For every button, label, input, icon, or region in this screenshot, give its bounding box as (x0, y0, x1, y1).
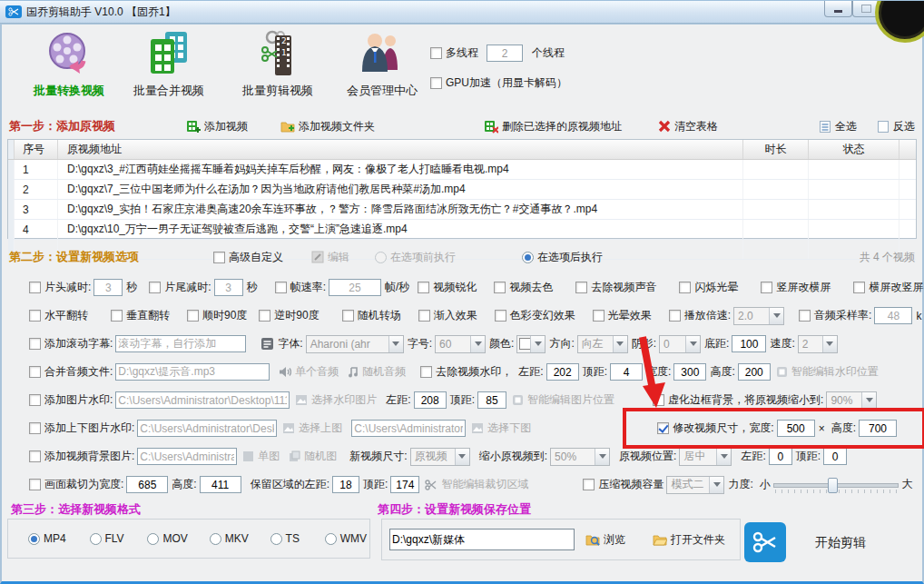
random-image-button[interactable]: 随机图 (289, 449, 337, 464)
bg-left-input[interactable] (769, 448, 792, 465)
speed-checkbox[interactable] (669, 310, 681, 322)
rotate-cw-checkbox[interactable] (187, 310, 199, 322)
scroll-subtitle-checkbox[interactable] (29, 338, 41, 350)
fadein-checkbox[interactable] (418, 310, 430, 322)
top-bottom-watermark-checkbox[interactable] (29, 422, 41, 434)
strength-slider[interactable] (773, 477, 899, 493)
compress-checkbox[interactable] (583, 479, 595, 490)
single-image-button[interactable]: 单图 (242, 449, 280, 464)
single-audio-button[interactable]: 单个音频 (279, 364, 339, 380)
tail-trim-input[interactable] (214, 279, 243, 296)
format-wmv-radio[interactable] (325, 533, 337, 545)
format-mov-radio[interactable] (147, 533, 159, 545)
open-folder-button[interactable]: 打开文件夹 (653, 532, 725, 548)
header-status[interactable]: 状态 (809, 140, 899, 159)
crop-width-input[interactable] (126, 476, 168, 493)
keep-top-input[interactable] (390, 476, 419, 493)
multithread-checkbox[interactable] (430, 47, 442, 59)
resize-video-checkbox[interactable] (657, 422, 669, 434)
slider-thumb[interactable] (828, 478, 838, 493)
position-select[interactable]: 居中 (679, 448, 732, 466)
glow-checkbox[interactable] (593, 310, 605, 322)
choose-bottom-image-button[interactable]: 选择下图 (471, 421, 531, 436)
table-row[interactable]: 3 D:\gqxz\9_实拍！石家庄京港奥高速20余车连环事故，？警方：降雪后路… (8, 200, 916, 220)
wm-height-input[interactable] (738, 363, 771, 381)
header-duration[interactable]: 时长 (743, 140, 809, 159)
tab-batch-merge[interactable]: 批量合并视频 (118, 30, 220, 99)
smart-watermark-button[interactable]: 智能编辑水印位置 (776, 364, 879, 380)
top-image-file-input[interactable] (137, 420, 277, 437)
run-before-radio[interactable] (375, 252, 387, 263)
transition-checkbox[interactable] (342, 310, 354, 322)
bg-top-input[interactable] (823, 448, 847, 465)
minimize-button[interactable] (824, 1, 852, 17)
delete-selected-button[interactable]: 删除已选择的原视频地址 (484, 119, 622, 134)
tab-batch-cut[interactable]: 2 1 批量剪辑视频 (227, 30, 329, 99)
header-no[interactable]: 序号 (15, 140, 58, 159)
wm-left-input[interactable] (546, 363, 579, 381)
run-after-radio[interactable] (522, 252, 534, 263)
hflip-checkbox[interactable] (29, 310, 41, 322)
add-video-button[interactable]: 添加视频 (186, 119, 248, 134)
select-all-button[interactable]: 全选 (819, 119, 857, 134)
colorfx-checkbox[interactable] (495, 310, 506, 322)
blur-border-checkbox[interactable] (653, 394, 664, 406)
add-folder-button[interactable]: 添加视频文件夹 (280, 119, 375, 134)
scroll-speed-select[interactable]: 2 (798, 335, 838, 353)
direction-select[interactable]: 向左 (577, 335, 628, 353)
header-path[interactable]: 原视频地址 (58, 140, 743, 159)
sharpen-checkbox[interactable] (418, 282, 429, 293)
crop-height-input[interactable] (200, 476, 241, 493)
merge-audio-checkbox[interactable] (29, 366, 41, 378)
crop-checkbox[interactable] (29, 479, 41, 490)
advanced-custom-checkbox[interactable] (213, 252, 225, 263)
format-flv-radio[interactable] (90, 533, 102, 545)
shrink-select[interactable]: 50% (550, 448, 610, 466)
wm-top-input[interactable] (610, 363, 643, 381)
image-watermark-file-input[interactable] (115, 391, 290, 409)
blur-shrink-select[interactable]: 90% (826, 391, 877, 410)
scroll-subtitle-input[interactable] (115, 335, 246, 352)
vflip-checkbox[interactable] (111, 310, 123, 322)
speed-select[interactable]: 2.0 (733, 307, 784, 325)
smart-crop-button[interactable]: 智能编辑裁切区域 (425, 477, 528, 492)
table-row[interactable]: 1 D:\gqxz\3_#江西萌娃坐摇摇车睡着妈妈关掉车后秒醒，网友：像极了老人… (8, 160, 916, 180)
head-trim-input[interactable] (93, 279, 123, 296)
resize-width-input[interactable] (777, 420, 815, 437)
font-color-select[interactable] (516, 335, 546, 353)
img-top-input[interactable] (477, 391, 506, 409)
vertical-to-horizontal-checkbox[interactable] (761, 282, 772, 293)
format-mkv-radio[interactable] (210, 533, 221, 545)
framerate-input[interactable] (329, 279, 381, 296)
head-trim-checkbox[interactable] (29, 282, 41, 293)
tail-trim-checkbox[interactable] (149, 282, 161, 293)
resize-height-input[interactable] (859, 420, 897, 437)
invert-select-button[interactable]: 反选 (877, 119, 915, 134)
image-watermark-checkbox[interactable] (29, 394, 41, 406)
sample-rate-input[interactable] (874, 307, 912, 324)
random-audio-button[interactable]: 随机音频 (348, 364, 406, 380)
remove-watermark-checkbox[interactable] (420, 366, 432, 378)
choose-top-image-button[interactable]: 选择上图 (282, 421, 342, 436)
clear-table-button[interactable]: 清空表格 (658, 119, 718, 134)
gpu-checkbox[interactable] (430, 77, 442, 89)
sample-rate-checkbox[interactable] (799, 310, 811, 322)
table-row[interactable]: 2 D:\gqxz\7_三位中国老师为什么在汤加？因为当地政府请他们教居民种菜#… (8, 180, 916, 200)
browse-button[interactable]: 浏览 (585, 532, 625, 548)
decolor-checkbox[interactable] (494, 282, 506, 293)
font-select[interactable]: Aharoni (ahr (306, 335, 404, 353)
compress-mode-select[interactable]: 模式二 (666, 476, 724, 494)
smart-image-position-button[interactable]: 智能编辑图片位置 (512, 392, 614, 408)
merge-audio-file-input[interactable] (115, 363, 270, 381)
shadow-select[interactable]: 0 (659, 335, 701, 353)
framerate-checkbox[interactable] (275, 282, 287, 293)
table-row[interactable]: 4 D:\gqxz\10_万宁一男子无证驾驶被查后逃跑，交警“上演”急速追逐.m… (8, 220, 916, 240)
new-size-select[interactable]: 原视频 (410, 448, 470, 466)
thread-count-input[interactable] (487, 45, 523, 62)
keep-left-input[interactable] (332, 476, 359, 493)
background-image-file-input[interactable] (137, 448, 237, 465)
background-image-checkbox[interactable] (29, 450, 41, 462)
choose-watermark-image-button[interactable]: 选择水印图片 (295, 392, 377, 408)
rotate-ccw-checkbox[interactable] (259, 310, 270, 322)
flicker-checkbox[interactable] (679, 282, 691, 293)
